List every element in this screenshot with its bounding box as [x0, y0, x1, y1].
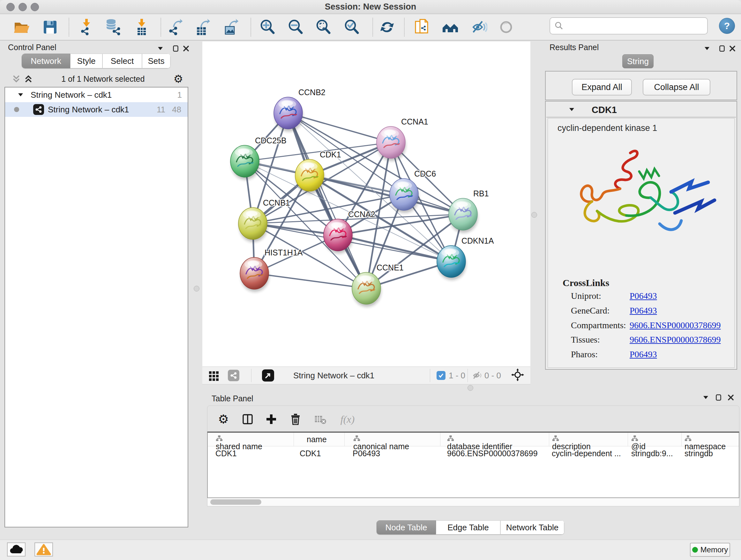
import-table-button[interactable] — [131, 17, 152, 37]
tab-select[interactable]: Select — [103, 54, 142, 68]
network-node-RB1[interactable]: RB1 — [449, 189, 489, 233]
grid-view-button[interactable] — [207, 369, 220, 382]
export-image-button[interactable] — [221, 17, 241, 37]
search-input[interactable] — [566, 19, 707, 33]
network-selection-statusbar: 1 of 1 Network selected ⚙ — [4, 71, 188, 86]
maximize-panel-button[interactable] — [714, 393, 723, 401]
network-node-CCNA1[interactable]: CCNA1 — [377, 117, 428, 161]
memory-button[interactable]: Memory — [690, 543, 730, 557]
column-header-name[interactable]: name — [307, 435, 327, 444]
table-horizontal-scrollbar[interactable] — [207, 498, 739, 506]
network-options-button[interactable]: ⚙ — [174, 72, 183, 85]
network-collection-row[interactable]: String Network – cdk1 1 — [5, 87, 188, 102]
network-node-HIST1H1A[interactable]: HIST1H1A — [240, 248, 303, 292]
tab-edge-table[interactable]: Edge Table — [436, 520, 500, 535]
zoom-out-button[interactable] — [285, 17, 306, 37]
network-node-label: CCNE1 — [377, 263, 404, 272]
fit-content-button[interactable] — [511, 368, 524, 381]
zoom-selected-button[interactable] — [341, 17, 362, 37]
network-column-icon — [353, 435, 360, 442]
export-network-button[interactable] — [165, 17, 185, 37]
float-panel-button[interactable] — [703, 44, 711, 53]
cloud-services-button[interactable] — [7, 543, 25, 557]
import-network-from-database-button[interactable] — [103, 17, 123, 37]
cell-database-identifier: 9606.ENSP00000378699 — [447, 449, 538, 458]
tab-network[interactable]: Network — [22, 54, 70, 68]
houses-icon — [441, 18, 459, 36]
zoom-fit-button[interactable] — [313, 17, 333, 37]
network-column-icon — [552, 435, 559, 442]
zoom-in-button[interactable] — [257, 17, 278, 37]
table-panel-title: Table Panel — [212, 394, 253, 403]
hide-selected-button[interactable] — [468, 17, 488, 37]
expand-all-button[interactable]: Expand All — [572, 79, 632, 96]
gene-section-header[interactable]: CDK1 — [546, 102, 736, 118]
scrollbar-thumb[interactable] — [210, 499, 261, 505]
selected-node-edge-counts: 1 - 0 — [449, 371, 465, 381]
bottom-splitter-handle[interactable] — [468, 385, 473, 391]
close-panel-button[interactable] — [728, 44, 737, 53]
table-options-button[interactable]: ⚙ — [217, 413, 230, 426]
export-table-button[interactable] — [192, 17, 213, 37]
show-all-button[interactable] — [496, 17, 516, 37]
tab-network-table[interactable]: Network Table — [500, 520, 564, 535]
genecard-link[interactable]: P06493 — [630, 306, 657, 316]
collapse-all-button[interactable]: Collapse All — [643, 79, 711, 96]
refresh-view-button[interactable] — [377, 17, 397, 37]
network-row[interactable]: String Network – cdk1 11 48 — [5, 102, 188, 117]
network-node-CCNB1[interactable]: CCNB1 — [239, 198, 290, 242]
copy-document-icon — [413, 18, 431, 36]
warnings-button[interactable] — [35, 543, 53, 557]
collapse-all-networks-button[interactable] — [12, 75, 20, 83]
delete-column-button[interactable] — [289, 413, 302, 426]
tab-sets[interactable]: Sets — [142, 54, 171, 68]
tab-node-table[interactable]: Node Table — [377, 520, 436, 535]
table-row[interactable]: CDK1 CDK1 P06493 9606.ENSP00000378699 cy… — [208, 446, 739, 460]
first-neighbors-button[interactable] — [440, 17, 461, 37]
close-panel-button[interactable] — [727, 393, 735, 401]
network-node-CDKN1A[interactable]: CDKN1A — [437, 236, 494, 280]
cell-id: stringdb:9... — [631, 449, 673, 458]
delete-table-icon — [314, 414, 327, 425]
network-node-CDC25B[interactable]: CDC25B — [230, 136, 286, 180]
left-splitter-handle[interactable] — [194, 286, 199, 292]
network-node-label: CCNB2 — [298, 88, 326, 97]
network-canvas[interactable]: CCNB2CCNA1CDC25BCDK1CDC6RB1CCNB1CCNA2CDK… — [202, 42, 530, 367]
node-table[interactable]: shared name name canonical name database… — [207, 432, 739, 498]
delete-table-button[interactable] — [314, 413, 327, 426]
save-session-button[interactable] — [40, 17, 60, 37]
function-builder-button[interactable]: f(x) — [336, 413, 359, 426]
show-columns-button[interactable] — [241, 413, 254, 426]
tissues-link[interactable]: 9606.ENSP00000378699 — [630, 334, 721, 345]
network-birdseye-button[interactable] — [227, 369, 240, 382]
fx-icon: f(x) — [340, 414, 354, 425]
close-panel-button[interactable] — [182, 44, 190, 53]
float-panel-button[interactable] — [701, 393, 710, 401]
network-graph[interactable]: CCNB2CCNA1CDC25BCDK1CDC6RB1CCNB1CCNA2CDK… — [202, 42, 530, 367]
maximize-panel-button[interactable] — [172, 44, 180, 53]
right-splitter-handle[interactable] — [531, 212, 537, 218]
open-in-new-icon — [262, 369, 274, 381]
crosslinks-heading: CrossLinks — [562, 277, 609, 288]
expand-all-networks-button[interactable] — [24, 75, 32, 83]
import-network-button[interactable] — [76, 17, 97, 37]
float-panel-button[interactable] — [156, 44, 164, 53]
tab-string[interactable]: String — [622, 54, 654, 68]
open-view-button[interactable] — [262, 369, 274, 382]
pharos-link[interactable]: P06493 — [630, 349, 657, 360]
tab-style[interactable]: Style — [70, 54, 103, 68]
network-node-CCNB2[interactable]: CCNB2 — [274, 88, 326, 132]
compartments-link[interactable]: 9606.ENSP00000378699 — [630, 320, 721, 330]
create-column-button[interactable] — [265, 413, 278, 426]
help-button[interactable]: ? — [719, 18, 735, 34]
maximize-panel-button[interactable] — [718, 44, 726, 53]
open-session-button[interactable] — [11, 17, 32, 37]
uniprot-link[interactable]: P06493 — [630, 291, 657, 301]
network-edge-CCNB2-CCNE1 — [288, 113, 366, 288]
clone-network-button[interactable] — [412, 17, 432, 37]
toolbar-separator — [251, 18, 251, 37]
network-node-CCNE1[interactable]: CCNE1 — [352, 263, 404, 307]
network-node-CCNA2[interactable]: CCNA2 — [324, 210, 375, 253]
gene-details: cyclin-dependent kinase 1 CrossLinks Uni… — [548, 118, 735, 368]
protein-structure-image — [564, 144, 717, 249]
